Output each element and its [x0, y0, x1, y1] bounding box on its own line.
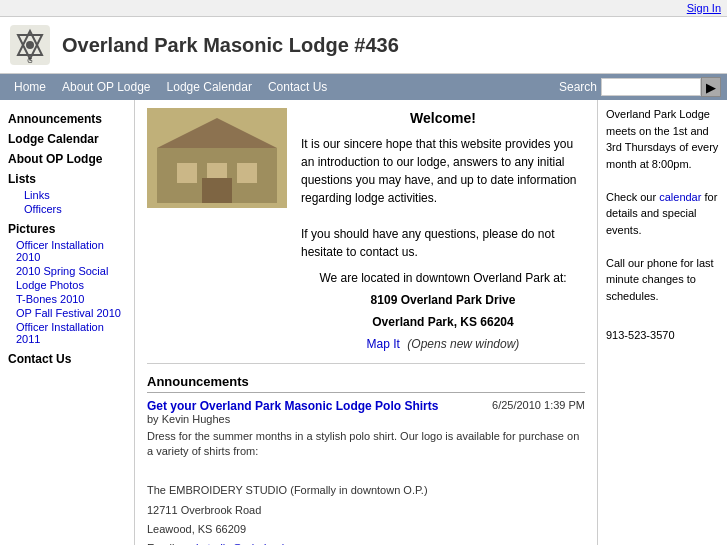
nav-lodge-calendar[interactable]: Lodge Calendar [159, 76, 260, 98]
svg-point-3 [26, 41, 34, 49]
announcement-author: by Kevin Hughes [147, 413, 585, 425]
sidebar-lodge-photos[interactable]: Lodge Photos [8, 278, 126, 292]
map-link-text: Map It [367, 337, 400, 351]
sidebar-spring-social-2010[interactable]: 2010 Spring Social [8, 264, 126, 278]
sidebar-links[interactable]: Links [8, 188, 126, 202]
map-link-note: (Opens new window) [407, 337, 519, 351]
search-button[interactable]: ▶ [701, 77, 721, 97]
sidebar-calendar-title: Lodge Calendar [8, 132, 126, 146]
welcome-para2: If you should have any questions, please… [301, 225, 585, 261]
right-sidebar-check: Check our [606, 191, 656, 203]
welcome-section: Welcome! It is our sincere hope that thi… [147, 108, 585, 364]
right-sidebar-calendar-link[interactable]: calendar [659, 191, 701, 203]
map-link[interactable]: Map It (Opens new window) [367, 337, 520, 351]
announcement-studio: The EMBROIDERY STUDIO (Formally in downt… [147, 483, 585, 498]
right-sidebar-phone: 913-523-3570 [606, 327, 719, 344]
address-section: We are located in downtown Overland Park… [301, 269, 585, 353]
signin-link[interactable]: Sign In [687, 2, 721, 14]
welcome-text: Welcome! It is our sincere hope that thi… [301, 108, 585, 353]
announcement-item: Get your Overland Park Masonic Lodge Pol… [147, 399, 585, 545]
announcement-date: 6/25/2010 1:39 PM [492, 399, 585, 411]
nav-about[interactable]: About OP Lodge [54, 76, 159, 98]
announcement-body: Dress for the summer months in a stylish… [147, 429, 585, 460]
sidebar-pictures-title: Pictures [8, 222, 126, 236]
search-label: Search [559, 80, 597, 94]
address-line2: Overland Park, KS 66204 [301, 313, 585, 331]
sidebar-lists-title: Lists [8, 172, 126, 186]
sidebar-officer-install-2011[interactable]: Officer Installation 2011 [8, 320, 126, 346]
search-area: Search ▶ [559, 77, 721, 97]
sidebar: Announcements Lodge Calendar About OP Lo… [0, 100, 135, 545]
right-sidebar-text1: Overland Park Lodge meets on the 1st and… [606, 106, 719, 172]
sidebar-tbones-2010[interactable]: T-Bones 2010 [8, 292, 126, 306]
header: G Overland Park Masonic Lodge #436 [0, 17, 727, 74]
center-content: Welcome! It is our sincere hope that thi… [135, 100, 597, 545]
announcements-heading: Announcements [147, 374, 585, 393]
main-content: Announcements Lodge Calendar About OP Lo… [0, 100, 727, 545]
nav-home[interactable]: Home [6, 76, 54, 98]
nav-contact[interactable]: Contact Us [260, 76, 335, 98]
address-line1: 8109 Overland Park Drive [301, 291, 585, 309]
announcements-section: Announcements Get your Overland Park Mas… [147, 374, 585, 545]
search-input[interactable] [601, 78, 701, 96]
top-bar: Sign In [0, 0, 727, 17]
welcome-para1: It is our sincere hope that this website… [301, 135, 585, 207]
announcement-street: 12711 Overbrook Road [147, 503, 585, 518]
right-sidebar: Overland Park Lodge meets on the 1st and… [597, 100, 727, 545]
announcement-city: Leawood, KS 66209 [147, 522, 585, 537]
lodge-image [147, 108, 287, 208]
announcement-title[interactable]: Get your Overland Park Masonic Lodge Pol… [147, 399, 438, 413]
right-sidebar-calendar-text: Check our calendar for details and speci… [606, 189, 719, 239]
svg-text:G: G [27, 57, 32, 64]
sidebar-op-fall-2010[interactable]: OP Fall Festival 2010 [8, 306, 126, 320]
sidebar-officer-install-2010[interactable]: Officer Installation 2010 [8, 238, 126, 264]
navbar: Home About OP Lodge Lodge Calendar Conta… [0, 74, 727, 100]
location-label: We are located in downtown Overland Park… [301, 269, 585, 287]
announcement-detail-blank [147, 464, 585, 479]
sidebar-announcements-title: Announcements [8, 112, 126, 126]
sidebar-about-title: About OP Lodge [8, 152, 126, 166]
svg-rect-12 [147, 108, 287, 208]
welcome-heading: Welcome! [301, 108, 585, 129]
site-title: Overland Park Masonic Lodge #436 [62, 34, 399, 57]
sidebar-officers[interactable]: Officers [8, 202, 126, 216]
announcement-email: Email: embstudio@mindspring.com [147, 541, 585, 545]
right-sidebar-phone-text: Call our phone for last minute changes t… [606, 255, 719, 305]
lodge-logo: G [10, 25, 50, 65]
sidebar-contact-title: Contact Us [8, 352, 126, 366]
